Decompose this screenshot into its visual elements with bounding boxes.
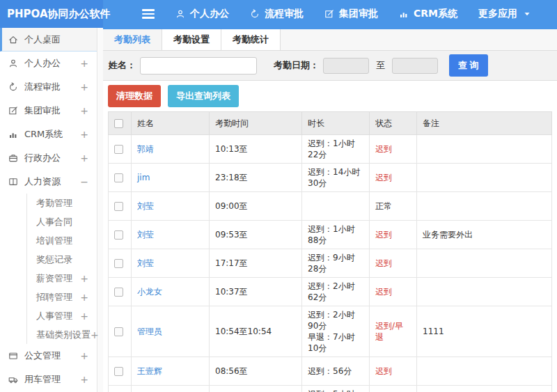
sidebar-item-label: 集团审批 xyxy=(24,104,61,117)
table-row: 刘莹09:53至迟到：1小时88分迟到业务需要外出 xyxy=(109,221,552,249)
time-cell: 10:13至 xyxy=(210,135,302,164)
note-cell xyxy=(417,357,552,386)
expander-icon: − xyxy=(80,176,88,187)
row-checkbox[interactable] xyxy=(114,259,123,268)
sidebar-subitem-招聘管理[interactable]: 招聘管理+ xyxy=(27,288,97,306)
table-row: 刘莹17:17至迟到：9小时28分迟到 xyxy=(109,249,552,278)
sidebar-subitem-人事管理[interactable]: 人事管理+ xyxy=(27,306,97,325)
row-checkbox[interactable] xyxy=(114,288,123,297)
employee-name-link[interactable]: 管理员 xyxy=(137,327,162,336)
topnav-item-个人办公[interactable]: 个人办公 xyxy=(175,8,229,20)
sidebar-item-CRM系统[interactable]: CRM系统+ xyxy=(0,123,97,146)
topnav-item-集团审批[interactable]: 集团审批 xyxy=(324,8,378,20)
row-checkbox[interactable] xyxy=(114,145,123,154)
status-cell: 迟到 xyxy=(370,221,417,249)
table-row: 郭靖10:13至迟到：1小时22分迟到 xyxy=(109,135,552,164)
sidebar-subitem-基础类别设置[interactable]: 基础类别设置+ xyxy=(27,325,97,344)
tab-考勤设置[interactable]: 考勤设置 xyxy=(162,29,221,50)
topnav-item-更多应用[interactable]: 更多应用 xyxy=(478,8,532,20)
sidebar-subitem-考勤管理[interactable]: 考勤管理 xyxy=(27,194,97,212)
row-checkbox[interactable] xyxy=(114,230,123,240)
sidebar-item-label: 行政办公 xyxy=(24,152,61,164)
attendance-table: 姓名考勤时间时长状态备注 郭靖10:13至迟到：1小时22分迟到jim23:18… xyxy=(108,111,552,392)
checkbox-cell xyxy=(109,306,132,357)
row-checkbox[interactable] xyxy=(114,173,123,182)
sidebar-scrollbar-track[interactable] xyxy=(98,28,103,392)
top-bar: PHPOA协同办公软件 个人办公流程审批集团审批CRM系统更多应用 xyxy=(0,0,557,28)
topnav-item-CRM系统[interactable]: CRM系统 xyxy=(399,8,457,20)
name-input[interactable] xyxy=(140,57,257,75)
sidebar-item-行政办公[interactable]: 行政办公+ xyxy=(0,146,97,170)
name-cell: 黄蓉 xyxy=(132,386,210,392)
sidebar-subitem-人事合同[interactable]: 人事合同 xyxy=(27,212,97,231)
row-checkbox[interactable] xyxy=(114,327,123,336)
checkbox-cell xyxy=(109,386,132,392)
sidebar-item-流程审批[interactable]: 流程审批+ xyxy=(0,75,97,99)
search-button[interactable]: 查 询 xyxy=(449,54,488,77)
filter-bar: 姓名： 考勤日期： 至 查 询 xyxy=(103,51,557,81)
sidebar-subitem-培训管理[interactable]: 培训管理 xyxy=(27,231,97,250)
sidebar-subitem-奖惩记录[interactable]: 奖惩记录 xyxy=(27,250,97,269)
hamburger-icon[interactable] xyxy=(142,9,155,19)
sidebar-subitem-薪资管理[interactable]: 薪资管理+ xyxy=(27,269,97,288)
row-checkbox[interactable] xyxy=(114,202,123,211)
tab-考勤统计[interactable]: 考勤统计 xyxy=(221,29,281,50)
row-checkbox[interactable] xyxy=(114,367,123,376)
time-cell: 17:17至 xyxy=(210,249,302,278)
employee-name-link[interactable]: 王壹辉 xyxy=(137,366,162,376)
duration-cell: 迟到：1小时22分 xyxy=(302,135,370,164)
employee-name-link[interactable]: jim xyxy=(137,173,150,182)
employee-name-link[interactable]: 郭靖 xyxy=(137,144,154,154)
tab-考勤列表[interactable]: 考勤列表 xyxy=(103,29,162,50)
edit-icon xyxy=(8,106,18,116)
duration-cell: 迟到：5小时33分 早退：4小时67分 xyxy=(302,386,370,392)
sidebar-item-label: 流程审批 xyxy=(24,81,61,93)
car-icon xyxy=(8,375,18,384)
clean-data-button[interactable]: 清理数据 xyxy=(108,85,161,107)
caret-down-icon xyxy=(522,9,532,19)
duration-cell: 迟到：2小时62分 xyxy=(302,278,370,306)
sidebar-item-用车管理[interactable]: 用车管理+ xyxy=(0,368,97,391)
sidebar-item-人力资源[interactable]: 人力资源− xyxy=(0,170,97,194)
date-to-input[interactable] xyxy=(392,58,438,74)
chart-icon xyxy=(399,9,409,19)
expander-icon: + xyxy=(80,81,88,93)
column-header-姓名: 姓名 xyxy=(132,112,210,135)
sidebar-subitem-label: 人事管理 xyxy=(36,310,72,322)
topnav-item-流程审批[interactable]: 流程审批 xyxy=(250,8,304,20)
sidebar-sub-list: 考勤管理人事合同培训管理奖惩记录薪资管理+招聘管理+人事管理+基础类别设置+ xyxy=(26,194,97,344)
topnav-item-label: 集团审批 xyxy=(339,8,378,20)
note-cell xyxy=(417,249,552,278)
sidebar-subitem-label: 招聘管理 xyxy=(36,291,72,304)
briefcase-icon xyxy=(8,153,18,163)
employee-name-link[interactable]: 小龙女 xyxy=(137,287,162,297)
sidebar-item-集团审批[interactable]: 集团审批+ xyxy=(0,99,97,123)
duration-cell: 迟到：1小时88分 xyxy=(302,221,370,249)
select-all-checkbox[interactable] xyxy=(114,119,123,128)
sidebar-item-label: 人力资源 xyxy=(24,175,61,188)
user-icon xyxy=(175,9,185,19)
date-from-input[interactable] xyxy=(323,58,369,74)
status-cell: 迟到/早退 xyxy=(370,386,417,392)
export-list-button[interactable]: 导出查询列表 xyxy=(168,85,239,107)
checkbox-cell xyxy=(109,249,132,278)
sidebar-item-label: CRM系统 xyxy=(24,128,63,141)
employee-name-link[interactable]: 刘莹 xyxy=(137,258,154,268)
expander-icon: + xyxy=(80,58,88,69)
checkbox-cell xyxy=(109,164,132,192)
status-text: 迟到 xyxy=(375,144,392,154)
name-cell: 郭靖 xyxy=(132,135,210,164)
sidebar-item-label: 个人办公 xyxy=(24,57,61,70)
sidebar-item-个人桌面[interactable]: 个人桌面 xyxy=(0,28,97,52)
sidebar-subitem-label: 培训管理 xyxy=(36,235,72,247)
employee-name-link[interactable]: 刘莹 xyxy=(137,201,154,211)
time-cell: 08:56至 xyxy=(210,357,302,386)
time-cell: 09:00至 xyxy=(210,192,302,221)
sidebar-item-公文管理[interactable]: 公文管理+ xyxy=(0,344,97,368)
name-label: 姓名： xyxy=(109,59,136,72)
sidebar-item-个人办公[interactable]: 个人办公+ xyxy=(0,52,97,75)
table-row: 王壹辉08:56至迟到：56分迟到 xyxy=(109,357,552,386)
employee-name-link[interactable]: 刘莹 xyxy=(137,230,154,240)
name-cell: jim xyxy=(132,164,210,192)
duration-cell xyxy=(302,192,370,221)
